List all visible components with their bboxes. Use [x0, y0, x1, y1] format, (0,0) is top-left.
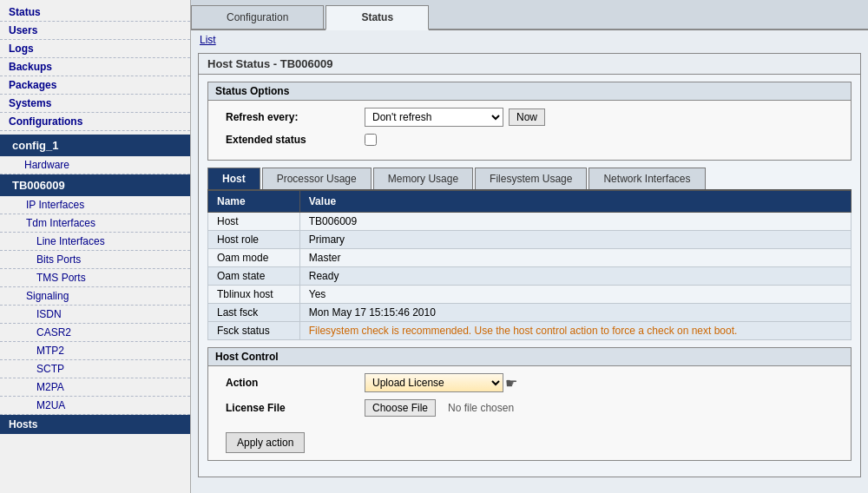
table-row: Fsck statusFilesystem check is recommend… — [208, 322, 852, 340]
sidebar-item-systems[interactable]: Systems — [0, 95, 190, 113]
sidebar-item-sctp[interactable]: SCTP — [0, 360, 190, 378]
tab-configuration[interactable]: Configuration — [191, 5, 324, 29]
sidebar-item-hosts[interactable]: Hosts — [0, 415, 190, 434]
action-row: Action Upload License Reboot Force fsck … — [226, 373, 833, 392]
status-options-title: Status Options — [208, 82, 851, 101]
sidebar-item-tdm-interfaces[interactable]: Tdm Interfaces — [0, 214, 190, 233]
cell-value: TB006009 — [299, 213, 851, 231]
top-tabs: Configuration Status — [191, 0, 868, 30]
extended-status-row: Extended status — [226, 134, 833, 146]
cell-value: Mon May 17 15:15:46 2010 — [299, 304, 851, 322]
host-status-title: Host Status - TB006009 — [199, 54, 860, 75]
status-options-content: Refresh every: Don't refresh 5 seconds 1… — [208, 101, 851, 160]
cell-name: Host — [208, 213, 300, 231]
table-row: Tblinux hostYes — [208, 286, 852, 304]
sidebar-item-packages[interactable]: Packages — [0, 76, 190, 95]
tab-processor-usage[interactable]: Processor Usage — [262, 168, 372, 189]
sidebar-item-signaling[interactable]: Signaling — [0, 287, 190, 306]
extended-status-label: Extended status — [226, 134, 365, 146]
action-label: Action — [226, 377, 365, 389]
breadcrumb: List — [191, 30, 868, 49]
table-row: HostTB006009 — [208, 213, 852, 231]
sidebar-item-casr2[interactable]: CASR2 — [0, 324, 190, 342]
tab-status[interactable]: Status — [326, 5, 429, 30]
sidebar-item-mtp2[interactable]: MTP2 — [0, 342, 190, 360]
cell-name: Tblinux host — [208, 286, 300, 304]
cursor-icon: ☛ — [505, 375, 517, 391]
table-row: Last fsckMon May 17 15:15:46 2010 — [208, 304, 852, 322]
status-options-box: Status Options Refresh every: Don't refr… — [207, 82, 852, 161]
refresh-row: Refresh every: Don't refresh 5 seconds 1… — [226, 108, 833, 127]
host-table: Name Value HostTB006009Host rolePrimaryO… — [207, 190, 852, 340]
table-row: Oam stateReady — [208, 267, 852, 286]
sidebar: Status Users Logs Backups Packages Syste… — [0, 0, 191, 493]
refresh-select[interactable]: Don't refresh 5 seconds 10 seconds 30 se… — [365, 108, 503, 127]
sidebar-item-tms-ports[interactable]: TMS Ports — [0, 269, 190, 287]
table-row: Host rolePrimary — [208, 231, 852, 249]
sidebar-item-backups[interactable]: Backups — [0, 58, 190, 76]
cell-name: Oam mode — [208, 249, 300, 267]
cell-value: Yes — [299, 286, 851, 304]
tab-filesystem-usage[interactable]: Filesystem Usage — [475, 168, 587, 189]
cell-value: Ready — [299, 267, 851, 286]
col-header-name: Name — [208, 191, 300, 213]
sidebar-item-users[interactable]: Users — [0, 22, 190, 40]
tab-network-interfaces[interactable]: Network Interfaces — [589, 168, 705, 189]
license-file-label: License File — [226, 402, 365, 414]
license-file-row: License File Choose File No file chosen — [226, 399, 833, 417]
cell-name: Host role — [208, 231, 300, 249]
sidebar-item-logs[interactable]: Logs — [0, 40, 190, 58]
action-select-wrap: Upload License Reboot Force fsck ☛ — [365, 373, 517, 392]
sidebar-item-bits-ports[interactable]: Bits Ports — [0, 251, 190, 269]
sidebar-item-ip-interfaces[interactable]: IP Interfaces — [0, 196, 190, 214]
file-controls: Choose File No file chosen — [365, 399, 514, 417]
sidebar-item-line-interfaces[interactable]: Line Interfaces — [0, 233, 190, 251]
tab-memory-usage[interactable]: Memory Usage — [373, 168, 473, 189]
tab-host[interactable]: Host — [207, 168, 260, 189]
no-file-text: No file chosen — [448, 402, 514, 414]
table-row: Oam modeMaster — [208, 249, 852, 267]
sidebar-item-configurations[interactable]: Configurations — [0, 113, 190, 131]
cell-name: Last fsck — [208, 304, 300, 322]
host-status-box: Host Status - TB006009 Status Options Re… — [198, 53, 861, 477]
cell-value: Filesystem check is recommended. Use the… — [299, 322, 851, 340]
sidebar-device-tb006009[interactable]: TB006009 — [0, 174, 190, 196]
cell-name: Fsck status — [208, 322, 300, 340]
sidebar-item-isdn[interactable]: ISDN — [0, 306, 190, 324]
cell-name: Oam state — [208, 267, 300, 286]
sidebar-config[interactable]: config_1 — [0, 135, 190, 156]
cell-value: Master — [299, 249, 851, 267]
refresh-controls: Don't refresh 5 seconds 10 seconds 30 se… — [365, 108, 545, 127]
breadcrumb-list-link[interactable]: List — [200, 34, 216, 46]
action-select[interactable]: Upload License Reboot Force fsck — [365, 373, 503, 392]
now-button[interactable]: Now — [509, 108, 545, 126]
extended-status-checkbox[interactable] — [365, 134, 377, 146]
apply-action-button[interactable]: Apply action — [226, 432, 305, 453]
main-content: Configuration Status List Host Status - … — [191, 0, 868, 493]
cell-value: Primary — [299, 231, 851, 249]
inner-tabs: Host Processor Usage Memory Usage Filesy… — [207, 168, 852, 190]
refresh-label: Refresh every: — [226, 111, 365, 123]
choose-file-button[interactable]: Choose File — [365, 399, 436, 417]
extended-status-controls — [365, 134, 377, 146]
host-control-title: Host Control — [208, 348, 851, 366]
host-control-content: Action Upload License Reboot Force fsck … — [208, 366, 851, 460]
sidebar-item-status[interactable]: Status — [0, 3, 190, 22]
col-header-value: Value — [299, 191, 851, 213]
sidebar-item-m2ua[interactable]: M2UA — [0, 397, 190, 415]
host-control-box: Host Control Action Upload License Reboo… — [207, 347, 852, 461]
sidebar-item-m2pa[interactable]: M2PA — [0, 378, 190, 397]
sidebar-item-hardware[interactable]: Hardware — [0, 156, 190, 174]
